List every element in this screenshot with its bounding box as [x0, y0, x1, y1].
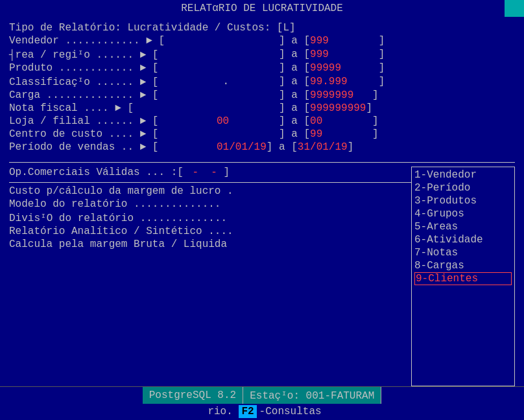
nota-label: Nota fiscal .... ► [: [9, 102, 217, 114]
modelo-label: Modelo do relatório ..............: [9, 198, 220, 210]
nota-from[interactable]: [217, 102, 279, 114]
nota-row: Nota fiscal .... ► [ ] a [ 999999999 ]: [9, 102, 515, 114]
vendedor-label: Vendedor ............ ► [: [9, 35, 217, 47]
modelo-row: Modelo do relatório ..............: [9, 198, 411, 210]
right-item-1[interactable]: 1-Vendedor: [414, 169, 512, 181]
analitico-label: Relatório Analítico / Sintético ....: [9, 226, 233, 237]
right-panel: 1-Vendedor 2-Período 3-Produtos 4-Grupos…: [411, 167, 515, 386]
postgres-label: PostgreSQL 8.2: [143, 387, 243, 404]
status-bar: PostgreSQL 8.2 Estaçᴵo: 001-FATURAM rio.…: [0, 386, 524, 420]
right-item-3[interactable]: 3-Produtos: [414, 194, 512, 207]
right-item-4[interactable]: 4-Grupos: [414, 207, 512, 220]
loja-to[interactable]: 00: [310, 115, 322, 127]
right-item-6[interactable]: 6-Atividade: [414, 233, 512, 246]
carga-from[interactable]: [217, 89, 279, 101]
area-label: ┤rea / regiᴵo ...... ► [: [9, 48, 217, 61]
produto-from[interactable]: [217, 62, 279, 74]
f2-key[interactable]: F2: [239, 405, 256, 418]
vendedor-row: Vendedor ............ ► [ ] a [ 999 ]: [9, 35, 515, 47]
right-item-7[interactable]: 7-Notas: [414, 246, 512, 259]
classificacao-to[interactable]: 99.999: [310, 76, 348, 88]
classificacao-label: Classificaçᴵo ...... ► [: [9, 75, 217, 88]
loja-from[interactable]: 00: [217, 115, 229, 127]
periodo-label: Período de vendas .. ► [: [9, 141, 217, 153]
form-section: Vendedor ............ ► [ ] a [ 999 ] ┤r…: [9, 35, 515, 154]
produto-row: Produto ............ ► [ ] a [ 99999 ]: [9, 62, 515, 74]
op-comerciais-label: Op.Comerciais Válidas ... :[: [9, 167, 184, 178]
teal-block: [505, 0, 524, 17]
produto-label: Produto ............ ► [: [9, 62, 217, 74]
op-value1[interactable]: - -: [186, 167, 224, 178]
periodo-row: Período de vendas .. ► [ 01/01/19 ] a [ …: [9, 141, 515, 153]
op-comerciais-row: Op.Comerciais Válidas ... :[ - - ]: [9, 167, 411, 178]
app: RELATαRIO DE LUCRATIVIDADE Tipo de Relat…: [0, 0, 524, 420]
divisao-row: DivisᴵO do relatório ..............: [9, 211, 411, 224]
carga-row: Carga .............. ► [ ] a [ 9999999 ]: [9, 89, 515, 101]
classificacao-row: Classificaçᴵo ...... ► [ . ] a [ 99.999 …: [9, 75, 515, 88]
divisao-label: DivisᴵO do relatório ..............: [9, 211, 227, 224]
loja-label: Loja / filial ...... ► [: [9, 115, 217, 127]
loja-row: Loja / filial ...... ► [ 00 ] a [ 00 ]: [9, 115, 515, 127]
main-content: Tipo de Relatório: Lucratividade / Custo…: [0, 17, 524, 386]
area-to[interactable]: 999: [310, 49, 329, 60]
tipo-label: Tipo de Relatório: Lucratividade / Custo…: [9, 22, 296, 34]
tipo-row: Tipo de Relatório: Lucratividade / Custo…: [9, 22, 515, 34]
centro-to[interactable]: 99: [310, 128, 322, 140]
calcula-label: Calcula pela margem Bruta / Liquida: [9, 239, 227, 250]
classificacao-from[interactable]: .: [217, 76, 279, 88]
right-item-5[interactable]: 5-Areas: [414, 220, 512, 233]
vendedor-from[interactable]: [217, 35, 279, 47]
area-from[interactable]: [217, 49, 279, 60]
bottom-rio: rio.: [208, 406, 239, 417]
centro-from[interactable]: [217, 128, 279, 140]
right-item-2[interactable]: 2-Período: [414, 181, 512, 194]
periodo-to[interactable]: 31/01/19: [298, 141, 348, 153]
custo-label: Custo p/cálculo da margem de lucro .: [9, 185, 233, 197]
periodo-from[interactable]: 01/01/19: [217, 141, 267, 153]
left-panel: Op.Comerciais Válidas ... :[ - - ] Custo…: [9, 167, 411, 386]
centro-row: Centro de custo .... ► [ ] a [ 99 ]: [9, 128, 515, 140]
analitico-row: Relatório Analítico / Sintético ....: [9, 226, 411, 237]
separator: [9, 162, 515, 163]
f2-text: -Consultas: [259, 406, 322, 417]
lower-section: Op.Comerciais Válidas ... :[ - - ] Custo…: [9, 167, 515, 386]
app-title: RELATαRIO DE LUCRATIVIDADE: [181, 3, 343, 14]
custo-row: Custo p/cálculo da margem de lucro .: [9, 185, 411, 197]
right-item-8[interactable]: 8-Cargas: [414, 259, 512, 272]
produto-to[interactable]: 99999: [310, 62, 341, 74]
centro-label: Centro de custo .... ► [: [9, 128, 217, 140]
estacao-label: Estaçᴵo: 001-FATURAM: [243, 387, 381, 404]
nota-to[interactable]: 999999999: [310, 102, 366, 114]
right-item-9[interactable]: 9-Clientes: [414, 272, 512, 285]
separator2: [9, 182, 411, 183]
carga-label: Carga .............. ► [: [9, 89, 217, 101]
calcula-row: Calcula pela margem Bruta / Liquida: [9, 239, 411, 250]
title-bar: RELATαRIO DE LUCRATIVIDADE: [0, 0, 524, 17]
carga-to[interactable]: 9999999: [310, 89, 353, 101]
area-row: ┤rea / regiᴵo ...... ► [ ] a [ 999 ]: [9, 48, 515, 61]
vendedor-to[interactable]: 999: [310, 35, 329, 47]
